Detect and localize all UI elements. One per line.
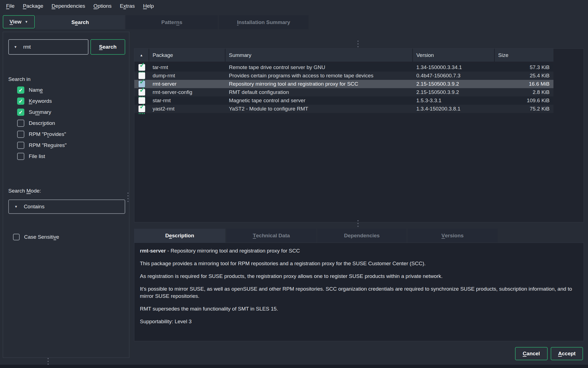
chevron-down-icon: ▼: [14, 205, 18, 209]
search-in-option-file-list[interactable]: File list: [17, 151, 67, 162]
install-checkbox-icon[interactable]: ✓: [138, 89, 145, 96]
search-in-label: Search in: [8, 76, 30, 82]
tab-patterns[interactable]: Patterns: [126, 15, 218, 29]
menu-item-options[interactable]: Options: [93, 3, 111, 9]
version-cell: 0.4b47-150600.7.3: [413, 73, 495, 79]
chevron-down-icon: ▼: [14, 45, 17, 49]
view-button-label: View: [10, 19, 22, 25]
search-term-combobox[interactable]: ▼: [8, 39, 88, 55]
package-name-cell: yast2-rmt: [149, 106, 226, 112]
menu-item-dependencies[interactable]: Dependencies: [52, 3, 85, 9]
search-mode-value: Contains: [24, 204, 45, 210]
splitter-handle[interactable]: [48, 358, 49, 365]
checkbox-icon: ✓: [17, 86, 24, 94]
size-cell: 57.3 KiB: [495, 64, 553, 70]
checkbox-label: Name: [29, 87, 43, 93]
description-paragraph: As registration is required for SUSE pro…: [140, 273, 578, 280]
search-in-option-keywords[interactable]: ✓Keywords: [17, 96, 67, 107]
table-row-star-rmt[interactable]: star-rmtMagnetic tape control and server…: [134, 96, 553, 105]
checkbox-label: RPM "Requires": [29, 142, 67, 148]
package-name-cell: rmt-server: [149, 81, 226, 87]
table-row-rmt-server-config[interactable]: ✓rmt-server-configRMT default configurat…: [134, 88, 553, 96]
column-header-package[interactable]: Package: [149, 49, 225, 62]
menu-item-package[interactable]: Package: [23, 3, 43, 9]
package-table-header: ▲PackageSummaryVersionSize: [134, 49, 584, 62]
checkbox-icon: [17, 131, 24, 138]
chevron-down-icon: ▼: [25, 20, 28, 24]
tab-description[interactable]: Description: [134, 229, 225, 243]
checkbox-icon: ✓: [17, 98, 24, 105]
splitter-handle[interactable]: [357, 220, 359, 227]
summary-cell: YaST2 - Module to configure RMT: [226, 106, 413, 112]
checkbox-label: File list: [29, 153, 45, 159]
case-sensitive-checkbox[interactable]: Case Sensitive: [13, 234, 59, 240]
description-paragraph: It's possible to mirror SUSE, as well as…: [140, 285, 578, 300]
splitter-handle[interactable]: [127, 193, 129, 202]
checkbox-icon: [17, 120, 24, 127]
search-mode-combobox[interactable]: ▼ Contains: [8, 199, 125, 214]
summary-cell: Remote tape drive control server by GNU: [226, 64, 413, 70]
version-cell: 2.15-150500.3.9.2: [413, 89, 495, 95]
checkbox-icon: ✓: [17, 109, 24, 116]
column-header-version[interactable]: Version: [413, 49, 494, 62]
search-button-label: Search: [99, 44, 116, 50]
tab-dependencies[interactable]: Dependencies: [317, 229, 406, 243]
accept-button[interactable]: Accept: [551, 347, 583, 360]
size-cell: 25.4 KiB: [495, 73, 553, 79]
size-cell: 109.6 KiB: [495, 98, 553, 104]
summary-cell: Magnetic tape control and server: [226, 98, 413, 104]
version-cell: 1.3.4-150200.3.8.1: [413, 106, 495, 112]
menu-item-file[interactable]: File: [6, 3, 15, 9]
version-cell: 1.34-150000.3.34.1: [413, 64, 495, 70]
window-bottom-edge: [0, 365, 588, 368]
status-cell: ✓: [134, 89, 149, 96]
splitter-handle[interactable]: [357, 41, 359, 47]
package-table: ▲PackageSummaryVersionSize ✓tar-rmtRemot…: [134, 48, 584, 222]
search-in-option-summary[interactable]: ✓Summary: [17, 107, 67, 118]
search-in-option-rpm-requires[interactable]: RPM "Requires": [17, 140, 67, 151]
summary-cell: Provides certain programs with access to…: [226, 73, 413, 79]
version-cell: 2.15-150500.3.9.2: [413, 81, 495, 87]
description-paragraph: Supportability: Level 3: [140, 318, 578, 325]
description-paragraph: This package provides a mirroring tool f…: [140, 260, 578, 267]
column-header-summary[interactable]: Summary: [226, 49, 412, 62]
package-name-cell: dump-rmt: [149, 73, 226, 79]
search-input[interactable]: [23, 44, 76, 50]
summary-cell: RMT default configuration: [226, 89, 413, 95]
yast-package-manager-window: FilePackageDependenciesOptionsExtrasHelp…: [0, 0, 588, 368]
search-in-option-description[interactable]: Description: [17, 118, 67, 129]
search-button[interactable]: Search: [90, 39, 125, 55]
details-tab-bar: DescriptionTechnical DataDependenciesVer…: [134, 229, 498, 243]
table-row-dump-rmt[interactable]: dump-rmtProvides certain programs with a…: [134, 72, 553, 80]
size-cell: 75.2 KiB: [495, 106, 553, 112]
main-tab-bar: SearchPatternsInstallation Summary: [35, 15, 309, 29]
tab-versions[interactable]: Versions: [407, 229, 498, 243]
column-header-size[interactable]: Size: [495, 49, 553, 62]
case-sensitive-label: Case Sensitive: [24, 234, 59, 240]
package-table-body: ✓tar-rmtRemote tape drive control server…: [134, 63, 584, 113]
description-paragraph: RMT supersedes the main functionality of…: [140, 305, 578, 312]
install-checkbox-icon[interactable]: ✓: [138, 106, 145, 112]
package-name-cell: tar-rmt: [149, 64, 226, 70]
search-in-option-rpm-provides[interactable]: RPM "Provides": [17, 129, 67, 140]
status-cell: ✓: [134, 64, 149, 71]
size-cell: 16.6 MiB: [495, 81, 553, 87]
table-row-rmt-server[interactable]: ✓rmt-serverRepository mirroring tool and…: [134, 80, 553, 88]
package-name-cell: rmt-server-config: [149, 89, 226, 95]
status-cell: ✓: [134, 106, 149, 112]
menu-item-help[interactable]: Help: [143, 3, 154, 9]
cancel-button-label: Cancel: [523, 351, 540, 357]
tab-search[interactable]: Search: [35, 15, 125, 29]
sort-column-header[interactable]: ▲: [134, 49, 148, 62]
tab-installation-summary[interactable]: Installation Summary: [219, 15, 309, 29]
table-row-yast2-rmt[interactable]: ✓yast2-rmtYaST2 - Module to configure RM…: [134, 105, 553, 113]
cancel-button[interactable]: Cancel: [515, 347, 548, 360]
tab-technical-data[interactable]: Technical Data: [226, 229, 316, 243]
checkbox-label: Description: [29, 120, 55, 126]
search-in-option-name[interactable]: ✓Name: [17, 85, 67, 96]
view-button[interactable]: View ▼: [3, 15, 35, 28]
menu-bar: FilePackageDependenciesOptionsExtrasHelp: [0, 0, 588, 12]
menu-item-extras[interactable]: Extras: [120, 3, 135, 9]
table-row-tar-rmt[interactable]: ✓tar-rmtRemote tape drive control server…: [134, 63, 553, 72]
install-checkbox-icon[interactable]: ✓: [138, 64, 145, 71]
